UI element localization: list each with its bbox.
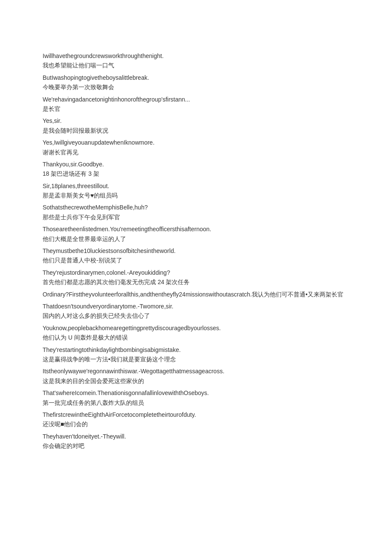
chinese-line: 还没呢■他们会的 [43,419,349,429]
subtitle-pair: Yes,sir.是我会随时回报最新状况 [43,116,349,135]
subtitle-pair: Theyhaven'tdoneityet.-Theywill.你会确定的对吧 [43,432,349,451]
chinese-line: 第一批完成任务的第八轰炸大队的组员 [43,398,349,407]
english-line: Thankyou,sir.Goodbye. [43,160,349,169]
english-line: That'swhereIcomein.Thenationisgonnafalli… [43,388,349,398]
chinese-line: 他们大概是全世界最幸运的人了 [43,234,349,244]
english-line: Ordinary?Firsttheyvolunteerforallthis,an… [43,290,349,299]
english-line: Itstheonlywaywe'regonnawinthiswar.-Wegot… [43,366,349,376]
chinese-line: 国内的人对这么多的损失已经失去信心了 [43,311,349,320]
english-line: Thatdoesn'tsoundveryordinarytome.-Twomor… [43,302,349,311]
chinese-line: 你会确定的对吧 [43,441,349,450]
chinese-line: 是长官 [43,104,349,113]
english-line: ThefirstcrewintheEighthAirForcetocomplet… [43,410,349,419]
chinese-line: 那些是士兵你下午会见到军官 [43,212,349,222]
chinese-line: 是我会随时回报最新状况 [43,126,349,135]
chinese-line: 首先他们都是志愿的其次他们毫发无伤完成 24 架次任务 [43,277,349,287]
chinese-line: 他们只是普通人中校-别说笑了 [43,256,349,265]
english-line: Thosearetheenlistedmen.You'remeetingtheo… [43,224,349,234]
chinese-line: 我也希望能让他们喘一口气 [43,61,349,70]
english-line: Sir,18planes,threestillout. [43,181,349,191]
chinese-line: 谢谢长官再见 [43,148,349,157]
chinese-line: 那是孟非斯美女号♥的组员吗 [43,191,349,200]
english-line: They'restartingtothinkdaylightbombingisa… [43,345,349,355]
subtitle-pair: Yes,IwillgiveyouanupdatewhenIknowmore.谢谢… [43,138,349,157]
subtitle-pair: Ordinary?Firsttheyvolunteerforallthis,an… [43,290,349,299]
subtitle-pair: They'restartingtothinkdaylightbombingisa… [43,345,349,364]
content-area: Iwillhavethegroundcrewsworkthroughthenig… [43,51,349,450]
subtitle-pair: Iwillhavethegroundcrewsworkthroughthenig… [43,51,349,70]
english-line: SothatsthecrewotheMemphisBelle,huh? [43,203,349,212]
english-line: Iwillhavethegroundcrewsworkthroughthenig… [43,51,349,61]
subtitle-pair: ThefirstcrewintheEighthAirForcetocomplet… [43,410,349,429]
subtitle-pair: Youknow,peoplebackhomearegettingprettydi… [43,323,349,343]
english-line: Yes,IwillgiveyouanupdatewhenIknowmore. [43,138,349,147]
english-line: They'rejustordinarymen,colonel.-Areyouki… [43,268,349,277]
subtitle-pair: Thatdoesn'tsoundveryordinarytome.-Twomor… [43,302,349,321]
english-line: Theyhaven'tdoneityet.-Theywill. [43,432,349,441]
subtitle-pair: They'rejustordinarymen,colonel.-Areyouki… [43,268,349,287]
subtitle-pair: Itstheonlywaywe'regonnawinthiswar.-Wegot… [43,366,349,386]
english-line: Theymustbethe10luckiestsonsofbitchesinth… [43,246,349,256]
english-line: Youknow,peoplebackhomearegettingprettydi… [43,323,349,333]
english-line: ButIwashopingtogivetheboysalittlebreak. [43,73,349,82]
subtitle-pair: We'rehavingadancetonightinhonorofthegrou… [43,95,349,114]
chinese-line: 18 架巴进场还有 3 架 [43,169,349,178]
english-line: Yes,sir. [43,116,349,125]
subtitle-pair: ButIwashopingtogivetheboysalittlebreak.今… [43,73,349,92]
chinese-line: 这是赢得战争的唯一方法•我们就是要宣扬这个理念 [43,355,349,364]
subtitle-pair: SothatsthecrewotheMemphisBelle,huh?那些是士兵… [43,203,349,222]
chinese-line: 今晚要举办第一次致敬舞会 [43,82,349,92]
chinese-line: 他们认为 U 间轰炸是极大的错误 [43,333,349,342]
english-line: We'rehavingadancetonightinhonorofthegrou… [43,95,349,104]
subtitle-pair: That'swhereIcomein.Thenationisgonnafalli… [43,388,349,407]
chinese-line: 这是我来的目的全国会爱死这些家伙的 [43,376,349,386]
subtitle-pair: Theymustbethe10luckiestsonsofbitchesinth… [43,246,349,265]
subtitle-pair: Sir,18planes,threestillout.那是孟非斯美女号♥的组员吗 [43,181,349,200]
subtitle-pair: Thosearetheenlistedmen.You'remeetingtheo… [43,224,349,244]
subtitle-pair: Thankyou,sir.Goodbye.18 架巴进场还有 3 架 [43,160,349,179]
